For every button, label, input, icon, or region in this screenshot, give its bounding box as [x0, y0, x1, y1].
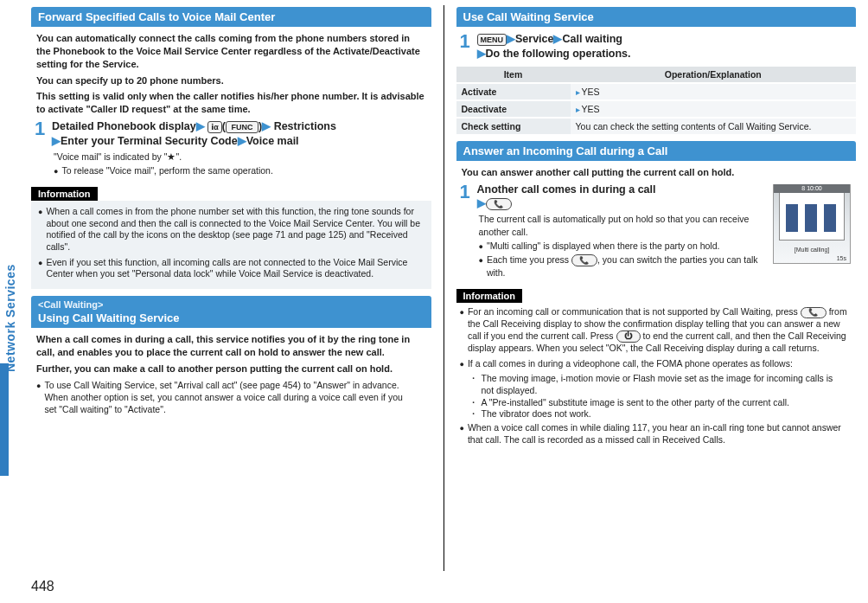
- step-body: Detailed Phonebook display▶ i̇α( FUNC )▶…: [52, 119, 336, 149]
- table-cell: Check setting: [456, 118, 571, 135]
- step-number: 1: [460, 183, 472, 212]
- info-box: When a call comes in from the phone numb…: [31, 201, 431, 289]
- end-key-icon: ⏻: [616, 330, 641, 343]
- step-number: 1: [460, 32, 472, 61]
- info-box: For an incoming call or communication th…: [456, 303, 857, 446]
- section-heading: Use Call Waiting Service: [456, 7, 857, 27]
- info-item: Even if you set this function, all incom…: [46, 257, 424, 280]
- call-key-icon: 📞: [486, 198, 512, 210]
- step-frag: Restrictions: [274, 120, 336, 132]
- sub-list: The moving image, i-motion movie or Flas…: [469, 373, 848, 420]
- step-frag: Voice mail: [246, 135, 299, 147]
- step-number: 1: [35, 119, 47, 149]
- step-row: 1 MENU▶Service▶Call waiting ▶Do the foll…: [460, 32, 853, 61]
- intro-text: When a call comes in during a call, this…: [36, 333, 426, 359]
- table-row: DeactivateYES: [456, 100, 857, 118]
- section-heading: Answer an Incoming Call during a Call: [456, 141, 857, 161]
- step-frag: Call waiting: [562, 33, 622, 45]
- info-item: When a call comes in from the phone numb…: [46, 206, 424, 253]
- side-section-label: Network Services: [3, 264, 17, 372]
- step-row: 1 Another call comes in during a call ▶ …: [460, 183, 769, 212]
- step-row: 1 Detailed Phonebook display▶ i̇α( FUNC …: [35, 119, 428, 149]
- step-frag: Do the following operations.: [486, 48, 631, 60]
- table-cell: Activate: [456, 83, 571, 100]
- table-row: Check settingYou can check the setting c…: [456, 118, 857, 135]
- step-note: To release "Voice mail", perform the sam…: [54, 164, 414, 176]
- step-frag: Service: [515, 33, 553, 45]
- screenshot-timer: 15s: [837, 255, 846, 261]
- info-heading: Information: [31, 187, 98, 201]
- menu-key-icon: MENU: [477, 34, 507, 46]
- table-cell: Deactivate: [456, 100, 571, 118]
- arrow-icon: ▶: [52, 135, 61, 147]
- arrow-icon: ▶: [196, 120, 205, 132]
- operations-table: Item Operation/Explanation ActivateYES D…: [456, 67, 857, 136]
- side-tab: [0, 363, 9, 476]
- call-key-icon: 📞: [571, 254, 597, 266]
- arrow-icon: ▶: [553, 33, 562, 45]
- intro-text: Further, you can make a call to another …: [36, 362, 426, 375]
- screenshot-caption: [Multi calling]: [774, 247, 850, 253]
- table-cell: YES: [571, 100, 857, 118]
- arrow-icon: ▶: [477, 197, 486, 209]
- table-cell: You can check the setting contents of Ca…: [571, 118, 857, 135]
- step-frag: Enter your Terminal Security Code: [61, 135, 238, 147]
- page-number: 448: [31, 579, 54, 594]
- section-heading: <Call Waiting> Using Call Waiting Servic…: [31, 296, 431, 328]
- intro-text: You can automatically connect the calls …: [36, 32, 426, 71]
- phone-screenshot: 8 10:00 [Multi calling] 15s: [773, 184, 851, 264]
- step-note: "Multi calling" is displayed when there …: [479, 240, 762, 252]
- info-item: When a voice call comes in while dialing…: [468, 422, 852, 446]
- info-item: For an incoming call or communication th…: [468, 306, 852, 354]
- step-note: Each time you press 📞 , you can switch t…: [479, 253, 769, 279]
- table-row: ActivateYES: [456, 83, 857, 100]
- sub-list-item: The moving image, i-motion movie or Flas…: [482, 373, 848, 396]
- table-header: Item: [456, 67, 571, 83]
- section-heading-text: Using Call Waiting Service: [38, 311, 180, 324]
- page-body: Forward Specified Calls to Voice Mail Ce…: [0, 0, 868, 571]
- sub-list-item: The vibrator does not work.: [482, 408, 591, 420]
- call-key-icon: 📞: [801, 307, 827, 319]
- step-body: Another call comes in during a call ▶ 📞: [477, 183, 656, 212]
- column-divider: [444, 5, 444, 571]
- screenshot-content: [786, 204, 838, 232]
- note: To use Call Waiting Service, set "Arriva…: [36, 379, 414, 416]
- intro-text: You can specify up to 20 phone numbers.: [36, 74, 426, 87]
- step-title: Another call comes in during a call: [477, 183, 656, 196]
- section-heading: Forward Specified Calls to Voice Mail Ce…: [31, 7, 431, 27]
- table-header: Operation/Explanation: [571, 67, 857, 83]
- info-item: If a call comes in during a videophone c…: [468, 358, 852, 370]
- step-note: The current call is automatically put on…: [479, 213, 762, 237]
- left-column: Forward Specified Calls to Voice Mail Ce…: [31, 5, 431, 571]
- sub-list-item: A "Pre-installed" substitute image is se…: [482, 397, 789, 409]
- func-key-icon: FUNC: [226, 121, 258, 133]
- intro-text: This setting is valid only when the call…: [36, 90, 426, 116]
- step-note: "Voice mail" is indicated by "★".: [54, 151, 414, 163]
- section-sup-heading: <Call Waiting>: [38, 299, 424, 310]
- table-cell: YES: [571, 83, 857, 100]
- arrow-icon: ▶: [477, 48, 486, 60]
- table-header-row: Item Operation/Explanation: [456, 67, 857, 83]
- step-body: MENU▶Service▶Call waiting ▶Do the follow…: [477, 32, 631, 61]
- arrow-icon: ▶: [238, 135, 246, 147]
- right-column: Use Call Waiting Service 1 MENU▶Service▶…: [456, 5, 857, 571]
- arrow-icon: ▶: [507, 33, 515, 45]
- arrow-icon: ▶: [262, 120, 271, 132]
- intro-text: You can answer another call putting the …: [462, 166, 852, 179]
- info-heading: Information: [456, 289, 523, 303]
- screenshot-status-bar: 8 10:00: [774, 184, 850, 193]
- step-frag: Detailed Phonebook display: [52, 120, 196, 132]
- softkey-icon: i̇α: [207, 121, 222, 133]
